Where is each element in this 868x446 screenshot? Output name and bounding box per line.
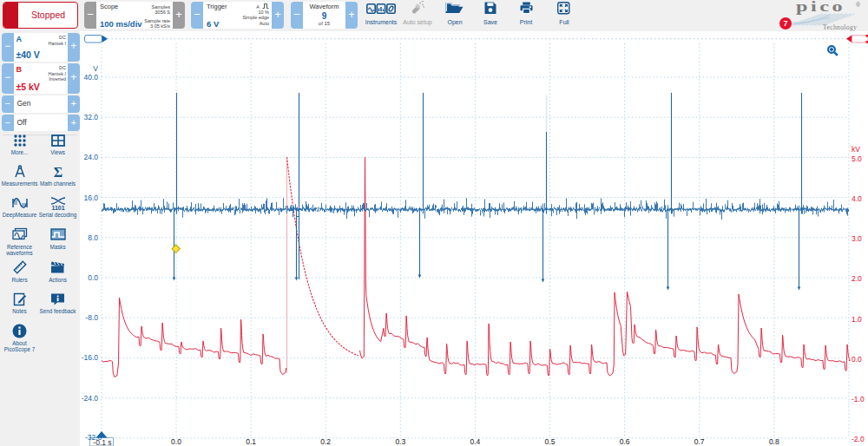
svg-text:0.4: 0.4 [470, 437, 480, 446]
svg-text:0.3: 0.3 [395, 437, 405, 446]
svg-text:0.7: 0.7 [694, 437, 705, 446]
svg-text:1101: 1101 [51, 204, 64, 210]
svg-text:-2.0: -2.0 [852, 435, 865, 443]
svg-text:-0.1 s: -0.1 s [93, 438, 111, 446]
svg-text:0.0: 0.0 [171, 437, 181, 446]
svg-text:0.0: 0.0 [88, 273, 98, 282]
svg-text:1.0: 1.0 [852, 315, 862, 324]
svg-text:24.0: 24.0 [83, 153, 98, 161]
svg-text:0.8: 0.8 [769, 437, 779, 446]
svg-text:2.0: 2.0 [852, 274, 862, 283]
svg-text:40.0: 40.0 [83, 73, 98, 82]
svg-text:0.2: 0.2 [320, 437, 331, 446]
svg-text:0.5: 0.5 [545, 437, 556, 446]
svg-text:16.0: 16.0 [83, 193, 98, 202]
svg-text:-8.0: -8.0 [85, 313, 98, 322]
svg-text:-16.0: -16.0 [82, 353, 99, 362]
svg-text:V: V [93, 64, 98, 73]
svg-text:3.0: 3.0 [852, 234, 862, 243]
svg-text:4.0: 4.0 [852, 194, 862, 203]
svg-text:0.0: 0.0 [852, 355, 862, 364]
svg-text:32.0: 32.0 [83, 113, 98, 121]
svg-text:-1.0: -1.0 [852, 395, 865, 403]
svg-text:-24.0: -24.0 [82, 394, 99, 403]
svg-text:8.0: 8.0 [88, 233, 98, 242]
svg-text:0.1: 0.1 [246, 437, 256, 446]
svg-text:5.0: 5.0 [852, 154, 862, 163]
svg-text:Σ: Σ [53, 165, 62, 179]
svg-text:0.6: 0.6 [620, 437, 630, 446]
svg-text:kV: kV [852, 145, 860, 154]
